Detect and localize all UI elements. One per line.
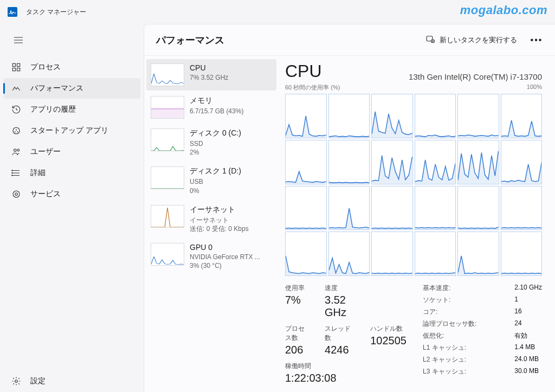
- resource-sub: SSD2%: [190, 139, 241, 157]
- resource-sub: 6.7/15.7 GB (43%): [190, 107, 243, 115]
- resource-name: イーサネット: [190, 205, 249, 215]
- core-cell-11: [501, 140, 543, 184]
- spec-key: 基本速度:: [423, 284, 514, 293]
- svg-rect-0: [12, 63, 15, 66]
- spec-key: ソケット:: [423, 295, 514, 305]
- core-cell-6: [285, 140, 327, 184]
- spec-key: L1 キャッシュ:: [423, 343, 514, 352]
- spec-val: 2.10 GHz: [514, 284, 542, 293]
- hamburger-button[interactable]: [8, 31, 29, 49]
- sidebar-item-processes[interactable]: プロセス: [3, 57, 140, 78]
- resource-item-mem[interactable]: メモリ6.7/15.7 GB (43%): [146, 92, 276, 123]
- resource-name: ディスク 0 (C:): [190, 128, 241, 138]
- sidebar-item-label: プロセス: [30, 62, 61, 72]
- stat-1: 速度3.52 GHz: [325, 284, 353, 319]
- stat-label: プロセス数: [285, 324, 307, 343]
- sidebar-item-details[interactable]: 詳細: [3, 163, 140, 183]
- resource-sub: NVIDIA GeForce RTX ...3% (30 °C): [190, 253, 260, 270]
- watermark: mogalabo.com: [460, 3, 547, 17]
- stat-5: ハンドル数102505: [370, 324, 406, 356]
- sidebar-item-label: ユーザー: [30, 147, 61, 157]
- svg-point-7: [12, 170, 13, 171]
- core-cell-9: [415, 140, 456, 184]
- resource-name: GPU 0: [190, 243, 260, 252]
- core-cell-10: [457, 140, 499, 184]
- resource-name: ディスク 1 (D:): [190, 166, 241, 176]
- resource-item-cpu[interactable]: CPU7% 3.52 GHz: [146, 59, 276, 91]
- svg-rect-3: [17, 68, 20, 71]
- stat-label: 速度: [325, 284, 353, 293]
- core-cell-16: [457, 186, 499, 230]
- sidebar-item-settings[interactable]: 設定: [3, 371, 140, 391]
- resource-thumb: [151, 243, 184, 266]
- page-header: パフォーマンス 新しいタスクを実行する •••: [144, 24, 555, 56]
- sidebar-item-history[interactable]: アプリの履歴: [3, 99, 140, 120]
- core-chart-grid[interactable]: [285, 94, 542, 276]
- spec-key: L3 キャッシュ:: [423, 367, 514, 376]
- sidebar-item-startup[interactable]: スタートアップ アプリ: [3, 120, 140, 141]
- sidebar-item-label: 詳細: [30, 168, 46, 178]
- spec-key: 論理プロセッサ数:: [423, 319, 514, 329]
- sidebar-item-label: 設定: [30, 376, 46, 386]
- app-icon: [8, 7, 17, 17]
- core-cell-17: [501, 186, 543, 230]
- stat-3: プロセス数206: [285, 324, 307, 356]
- users-icon: [11, 146, 22, 157]
- resource-thumb: [151, 166, 184, 189]
- stat-label: ハンドル数: [370, 324, 406, 333]
- history-icon: [11, 104, 22, 115]
- run-task-icon: [425, 34, 435, 46]
- chart-label-left: 60 秒間の使用率 (%): [285, 83, 340, 92]
- chart-label-right: 100%: [527, 83, 542, 92]
- spec-val: 16: [514, 307, 542, 317]
- core-cell-1: [328, 94, 370, 138]
- core-cell-0: [285, 94, 327, 138]
- resource-sub: 7% 3.52 GHz: [190, 73, 228, 82]
- run-new-task-button[interactable]: 新しいタスクを実行する: [420, 32, 522, 48]
- core-cell-14: [371, 186, 413, 230]
- stat-value: 4246: [325, 344, 353, 356]
- stat-0: 使用率7%: [285, 284, 307, 319]
- cpu-model: 13th Gen Intel(R) Core(TM) i7-13700: [409, 72, 542, 81]
- resource-item-eth[interactable]: イーサネットイーサネット送信: 0 受信: 0 Kbps: [146, 201, 276, 237]
- spec-val: 24.0 MB: [514, 355, 542, 364]
- core-cell-2: [371, 94, 413, 138]
- resource-thumb: [151, 128, 184, 151]
- stat-label: 使用率: [285, 284, 307, 293]
- stat-value: 7%: [285, 294, 307, 306]
- core-cell-12: [285, 186, 327, 230]
- svg-point-8: [12, 172, 13, 173]
- resource-item-disk0[interactable]: ディスク 0 (C:)SSD2%: [146, 124, 276, 161]
- sidebar-item-label: アプリの履歴: [30, 105, 76, 114]
- svg-point-11: [13, 191, 20, 197]
- core-cell-8: [371, 140, 413, 184]
- resource-item-gpu[interactable]: GPU 0NVIDIA GeForce RTX ...3% (30 °C): [146, 239, 276, 274]
- spec-val: 30.0 MB: [514, 367, 542, 376]
- performance-icon: [11, 83, 22, 94]
- core-cell-22: [457, 232, 499, 276]
- sidebar-item-services[interactable]: サービス: [3, 184, 140, 204]
- startup-icon: [11, 125, 22, 136]
- core-cell-3: [415, 94, 456, 138]
- more-button[interactable]: •••: [527, 31, 546, 49]
- spec-val: 1: [514, 295, 542, 305]
- core-cell-7: [328, 140, 370, 184]
- sidebar-item-label: スタートアップ アプリ: [30, 126, 108, 136]
- core-cell-5: [501, 94, 543, 138]
- stats: 使用率7%速度3.52 GHzプロセス数206スレッド数4246ハンドル数102…: [285, 284, 542, 384]
- spec-val: 1.4 MB: [514, 343, 542, 352]
- core-cell-20: [371, 232, 413, 276]
- details-icon: [11, 168, 22, 178]
- sidebar-item-performance[interactable]: パフォーマンス: [3, 78, 140, 99]
- sidebar-item-users[interactable]: ユーザー: [3, 142, 140, 162]
- svg-point-9: [12, 175, 13, 176]
- sidebar-item-label: パフォーマンス: [30, 83, 83, 93]
- resource-item-disk1[interactable]: ディスク 1 (D:)USB0%: [146, 162, 276, 199]
- resource-sub: USB0%: [190, 177, 241, 195]
- stat-value: 3.52 GHz: [325, 294, 353, 319]
- resource-sub: イーサネット送信: 0 受信: 0 Kbps: [190, 216, 249, 233]
- processes-icon: [11, 62, 22, 73]
- core-cell-15: [415, 186, 456, 230]
- stat-label: 稼働時間: [285, 362, 406, 371]
- detail-heading: CPU: [285, 61, 322, 81]
